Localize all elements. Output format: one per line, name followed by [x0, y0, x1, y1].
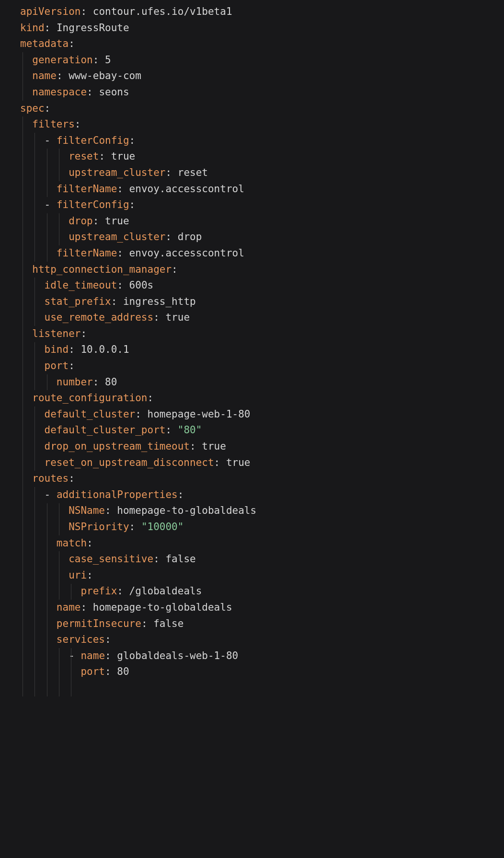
- yaml-code-block: apiVersion: contour.ufes.io/v1beta1kind:…: [0, 4, 504, 696]
- yaml-key: kind: [20, 22, 45, 34]
- code-line: uri:: [20, 568, 504, 584]
- colon: :: [93, 215, 105, 227]
- colon: :: [117, 183, 129, 195]
- indent: [20, 344, 45, 355]
- dash: -: [45, 489, 57, 500]
- indent: [20, 264, 32, 275]
- yaml-value: contour.ufes.io/v1beta1: [93, 6, 232, 17]
- colon: :: [117, 279, 129, 291]
- indent-guide: [71, 584, 71, 600]
- colon: :: [129, 135, 136, 146]
- code-line: stat_prefix: ingress_http: [20, 294, 504, 310]
- yaml-value: "80": [178, 424, 202, 436]
- yaml-key: name: [57, 602, 81, 613]
- yaml-value: drop: [178, 231, 202, 243]
- indent: [20, 634, 57, 645]
- colon: :: [93, 54, 105, 66]
- indent: [20, 151, 69, 162]
- code-line: namespace: seons: [20, 84, 504, 101]
- code-line: default_cluster_port: "80": [20, 422, 504, 439]
- code-line: - name: globaldeals-web-1-80: [20, 648, 504, 664]
- indent: [20, 215, 69, 227]
- colon: :: [141, 618, 153, 629]
- code-line: reset_on_upstream_disconnect: true: [20, 455, 504, 471]
- yaml-key: listener: [32, 328, 80, 339]
- yaml-value: homepage-to-globaldeals: [93, 602, 232, 613]
- colon: :: [190, 441, 202, 452]
- colon: :: [165, 231, 177, 243]
- yaml-value: 600s: [129, 279, 154, 291]
- yaml-key: spec: [20, 103, 45, 114]
- colon: :: [45, 22, 57, 34]
- colon: :: [178, 489, 184, 500]
- yaml-key: prefix: [80, 585, 117, 597]
- code-line: routes:: [20, 471, 504, 487]
- indent-guide: [23, 116, 23, 696]
- yaml-key: default_cluster: [45, 408, 136, 420]
- code-line: filters:: [20, 116, 504, 133]
- yaml-key: port: [45, 360, 69, 371]
- indent: [20, 279, 45, 291]
- code-line: match:: [20, 535, 504, 552]
- indent: [20, 296, 45, 307]
- indent: [20, 183, 57, 195]
- code-line: kind: IngressRoute: [20, 20, 504, 36]
- colon: :: [111, 296, 123, 307]
- code-line: metadata:: [20, 36, 504, 52]
- yaml-value: true: [202, 441, 226, 452]
- colon: :: [172, 264, 178, 275]
- yaml-value: true: [226, 457, 251, 468]
- indent: [20, 569, 69, 581]
- colon: :: [135, 408, 147, 420]
- colon: :: [129, 521, 141, 533]
- dash: -: [45, 135, 57, 146]
- code-line: case_sensitive: false: [20, 551, 504, 568]
- code-line: NSPriority: "10000": [20, 519, 504, 535]
- yaml-value: 80: [117, 666, 129, 677]
- yaml-key: stat_prefix: [45, 296, 111, 307]
- indent: [20, 312, 45, 323]
- yaml-key: route_configuration: [32, 392, 147, 404]
- colon: :: [99, 151, 111, 162]
- indent-guide: [47, 213, 47, 262]
- yaml-value: true: [165, 312, 190, 323]
- colon: :: [105, 634, 111, 645]
- yaml-key: generation: [32, 54, 92, 66]
- indent: [20, 441, 45, 452]
- code-line: services:: [20, 632, 504, 648]
- colon: :: [75, 118, 81, 130]
- yaml-key: name: [32, 70, 57, 81]
- colon: :: [80, 602, 92, 613]
- colon: :: [165, 424, 177, 436]
- dash: -: [69, 650, 80, 661]
- yaml-value: false: [165, 553, 195, 565]
- indent: [20, 666, 80, 677]
- code-line: idle_timeout: 600s: [20, 278, 504, 294]
- code-line: filterName: envoy.accesscontrol: [20, 181, 504, 197]
- yaml-value: ingress_http: [123, 296, 196, 307]
- colon: :: [93, 376, 105, 388]
- code-line: drop: true: [20, 213, 504, 230]
- yaml-value: envoy.accesscontrol: [129, 183, 244, 195]
- indent: [20, 537, 57, 549]
- indent: [20, 585, 80, 597]
- code-line: NSName: homepage-to-globaldeals: [20, 503, 504, 519]
- indent: [20, 135, 45, 146]
- colon: :: [105, 505, 117, 516]
- code-line: permitInsecure: false: [20, 616, 504, 632]
- yaml-key: uri: [69, 569, 87, 581]
- colon: :: [148, 392, 154, 404]
- indent: [20, 247, 57, 259]
- yaml-value: envoy.accesscontrol: [129, 247, 244, 259]
- yaml-key: namespace: [32, 86, 87, 98]
- code-line: generation: 5: [20, 52, 504, 69]
- code-line: name: homepage-to-globaldeals: [20, 600, 504, 616]
- yaml-value: globaldeals-web-1-80: [117, 650, 238, 661]
- code-line: use_remote_address: true: [20, 310, 504, 326]
- yaml-value: "10000": [141, 521, 184, 533]
- indent-guide: [34, 342, 35, 391]
- code-line: drop_on_upstream_timeout: true: [20, 439, 504, 455]
- yaml-key: reset: [69, 151, 99, 162]
- code-line: upstream_cluster: drop: [20, 229, 504, 245]
- indent-guide: [59, 648, 59, 696]
